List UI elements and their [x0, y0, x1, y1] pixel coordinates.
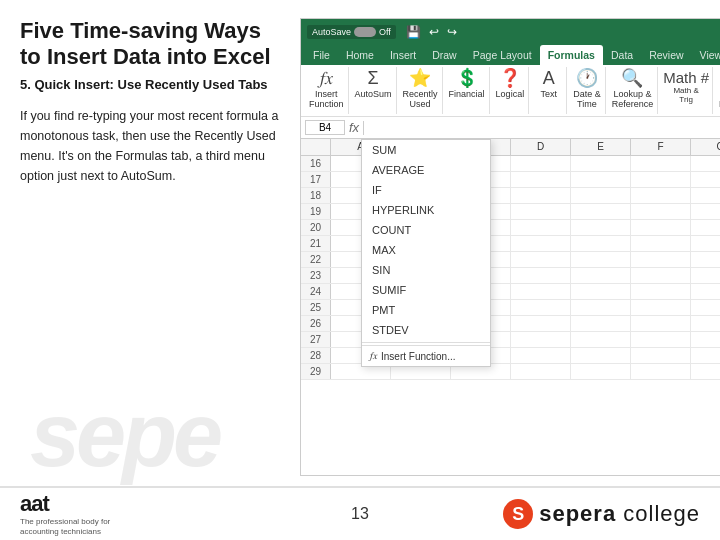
formula-bar: B4 fx [301, 117, 720, 139]
right-panel: AutoSave Off 💾 ↩ ↪ File Home Insert D [300, 18, 720, 476]
tab-data[interactable]: Data [603, 45, 641, 65]
tab-formulas[interactable]: Formulas [540, 45, 603, 65]
dropdown-sum[interactable]: SUM [362, 140, 490, 160]
date-time-label: Date &Time [573, 89, 601, 109]
aat-tagline-line1: The professional body for [20, 517, 110, 527]
ribbon-toolbar: 𝑓𝑥 InsertFunction Σ AutoSum ⭐ RecentlyUs… [301, 65, 720, 117]
dropdown-average[interactable]: AVERAGE [362, 160, 490, 180]
main-title: Five Time-saving Ways to Insert Data int… [20, 18, 285, 71]
sepera-logo: S sepera college [503, 499, 700, 529]
tab-review[interactable]: Review [641, 45, 691, 65]
autosum-group[interactable]: Σ AutoSum [351, 67, 397, 114]
col-header-g: G [691, 139, 720, 155]
math-trig-group[interactable]: Math # Math &Trig [660, 67, 713, 114]
row-num-header [301, 139, 331, 155]
dropdown-count[interactable]: COUNT [362, 220, 490, 240]
financial-group[interactable]: 💲 Financial [445, 67, 490, 114]
subtitle: 5. Quick Insert: Use Recently Used Tabs [20, 77, 285, 92]
recently-used-icon: ⭐ [409, 69, 431, 87]
autosave-badge: AutoSave Off [307, 25, 396, 39]
watermark: sepe [30, 390, 219, 480]
save-icon[interactable]: 💾 [406, 25, 421, 39]
dropdown-sin[interactable]: SIN [362, 260, 490, 280]
aat-text: aat [20, 491, 110, 517]
tab-file[interactable]: File [305, 45, 338, 65]
recently-used-group[interactable]: ⭐ RecentlyUsed [399, 67, 443, 114]
cell-reference[interactable]: B4 [305, 120, 345, 135]
slide-container: Five Time-saving Ways to Insert Data int… [0, 0, 720, 540]
formula-divider [363, 121, 364, 135]
insert-function-icon-small: 𝑓𝑥 [370, 350, 377, 362]
text-group[interactable]: A Text [531, 67, 567, 114]
autosum-label: AutoSum [355, 89, 392, 99]
topbar-icons: 💾 ↩ ↪ [406, 25, 457, 39]
footer: aat The professional body for accounting… [0, 486, 720, 540]
financial-icon: 💲 [456, 69, 478, 87]
more-functions-group[interactable]: ⊞ MoreFunctions [715, 67, 720, 114]
logical-group[interactable]: ❓ Logical [492, 67, 530, 114]
math-trig-label: Math &Trig [673, 86, 698, 104]
lookup-ref-group[interactable]: 🔍 Lookup &Reference [608, 67, 659, 114]
footer-left: aat The professional body for accounting… [20, 491, 110, 536]
fx-label: fx [349, 120, 359, 135]
lookup-ref-icon: 🔍 [621, 69, 643, 87]
lookup-ref-label: Lookup &Reference [612, 89, 654, 109]
date-time-icon: 🕐 [576, 69, 598, 87]
text-icon: A [543, 69, 555, 87]
insert-function-icon: 𝑓𝑥 [320, 69, 333, 87]
tab-insert[interactable]: Insert [382, 45, 424, 65]
logical-icon: ❓ [499, 69, 521, 87]
dropdown-sumif[interactable]: SUMIF [362, 280, 490, 300]
recently-used-label: RecentlyUsed [403, 89, 438, 109]
dropdown-if[interactable]: IF [362, 180, 490, 200]
body-text: If you find re-typing your most recent f… [20, 106, 285, 186]
dropdown-stdev[interactable]: STDEV [362, 320, 490, 340]
autosave-label: AutoSave [312, 27, 351, 37]
insert-function-label[interactable]: InsertFunction [309, 89, 344, 109]
excel-window: AutoSave Off 💾 ↩ ↪ File Home Insert D [300, 18, 720, 476]
toggle-state-label: Off [379, 27, 391, 37]
sepera-text: sepera college [539, 501, 700, 527]
aat-tagline-line2: accounting technicians [20, 527, 110, 537]
dropdown-divider [362, 342, 490, 343]
dropdown-hyperlink[interactable]: HYPERLINK [362, 200, 490, 220]
col-header-d: D [511, 139, 571, 155]
col-header-f: F [631, 139, 691, 155]
content-area: Five Time-saving Ways to Insert Data int… [0, 0, 720, 486]
recently-used-dropdown: SUM AVERAGE IF HYPERLINK COUNT MAX SIN S… [361, 139, 491, 367]
tab-view[interactable]: View [692, 45, 720, 65]
tab-draw[interactable]: Draw [424, 45, 465, 65]
excel-grid-area: SUM AVERAGE IF HYPERLINK COUNT MAX SIN S… [301, 139, 720, 475]
aat-logo: aat The professional body for accounting… [20, 491, 110, 536]
ribbon-tabs: File Home Insert Draw Page Layout Formul… [301, 45, 720, 65]
logical-label: Logical [496, 89, 525, 99]
dropdown-insert-function[interactable]: 𝑓𝑥 Insert Function... [362, 345, 490, 366]
date-time-group[interactable]: 🕐 Date &Time [569, 67, 606, 114]
financial-label: Financial [449, 89, 485, 99]
text-label: Text [540, 89, 557, 99]
col-header-e: E [571, 139, 631, 155]
math-trig-icon: Math # [663, 69, 709, 86]
insert-function-text: Insert Function... [381, 351, 455, 362]
footer-page-number: 13 [351, 505, 369, 523]
redo-icon[interactable]: ↪ [447, 25, 457, 39]
dropdown-pmt[interactable]: PMT [362, 300, 490, 320]
tab-home[interactable]: Home [338, 45, 382, 65]
autosave-toggle[interactable] [354, 27, 376, 37]
undo-icon[interactable]: ↩ [429, 25, 439, 39]
insert-function-group: 𝑓𝑥 InsertFunction [305, 67, 349, 114]
excel-topbar: AutoSave Off 💾 ↩ ↪ [301, 19, 720, 45]
autosum-icon: Σ [367, 69, 378, 87]
dropdown-max[interactable]: MAX [362, 240, 490, 260]
sepera-icon: S [503, 499, 533, 529]
tab-pagelayout[interactable]: Page Layout [465, 45, 540, 65]
